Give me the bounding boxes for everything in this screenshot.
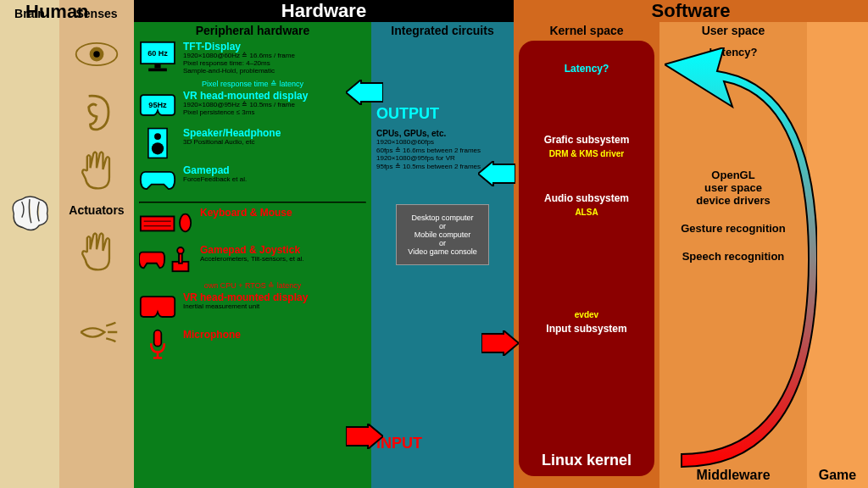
gamepad-note: own CPU + RTOS ≙ latency [139, 281, 366, 290]
graphic-subsys: Grafic subsystem [524, 134, 649, 146]
tft-display-item: 60 Hz TFT-Display1920×1080@60Hz ≙ 16.6ms… [139, 41, 366, 75]
kernel-label: Kernel space [517, 24, 656, 37]
arrow-input-1 [481, 330, 519, 356]
peripheral-column: Peripheral hardware 60 Hz TFT-Display192… [134, 22, 371, 488]
svg-rect-5 [148, 69, 167, 72]
kbm-title: Keyboard & Mouse [200, 207, 366, 219]
input-label: INPUT [376, 435, 422, 452]
svg-rect-18 [154, 330, 162, 347]
cpu-title: CPUs, GPUs, etc. [376, 129, 509, 138]
gamepad-out-sub: ForceFeedback et al. [183, 176, 366, 184]
gamepad-out-title: Gamepad [183, 164, 366, 176]
kernel-latency: Latency? [524, 63, 649, 75]
eye-icon [73, 30, 120, 78]
svg-point-2 [93, 51, 99, 57]
actuators-label: Actuators [59, 203, 134, 217]
speaker-sub: 3D Positional Audio, etc [183, 139, 366, 147]
software-column: Software Kernel space Latency? Grafic su… [514, 0, 868, 488]
tft-sub: 1920×1080@60Hz ≙ 16.6ms / frame Pixel re… [183, 53, 366, 75]
mic-title: Microphone [183, 329, 366, 341]
tft-note: Pixel response time ≙ latency [139, 80, 366, 88]
vr-in-item: VR head-mounted displayInertial measurem… [139, 291, 366, 324]
svg-point-10 [152, 143, 164, 155]
ic-column: Integrated circuits OUTPUT CPUs, GPUs, e… [371, 22, 514, 488]
linux-kernel-title: Linux kernel [519, 452, 654, 469]
svg-text:60 Hz: 60 Hz [147, 49, 168, 58]
alsa: ALSA [524, 208, 649, 217]
hand-sense-icon [73, 146, 120, 193]
drm-driver: DRM & KMS driver [524, 149, 649, 158]
desktop-box: Desktop computer or Mobile computer or V… [396, 204, 489, 265]
user-label: User space [663, 24, 804, 37]
hardware-header: Hardware [134, 0, 514, 22]
hand-actuator-icon [73, 227, 120, 274]
output-label: OUTPUT [376, 105, 439, 123]
vr-in-title: VR head-mounted display [183, 291, 366, 303]
hardware-column: Hardware Peripheral hardware 60 Hz TFT-D… [134, 0, 514, 488]
human-header: Human [25, 1, 89, 23]
kernel-box: Latency? Grafic subsystem DRM & KMS driv… [519, 41, 654, 476]
svg-rect-11 [141, 217, 175, 231]
human-column: Human Brain Senses Actuators [0, 0, 134, 488]
mic-item: Microphone [139, 329, 366, 361]
senses-column: Senses Actuators [59, 0, 134, 488]
tft-title: TFT-Display [183, 41, 366, 53]
vr-in-sub: Inertial measurement unit [183, 303, 366, 311]
svg-point-17 [177, 247, 184, 254]
speaker-title: Speaker/Headphone [183, 127, 366, 139]
periph-label: Peripheral hardware [139, 24, 366, 37]
arrow-output-2 [478, 161, 515, 186]
svg-point-14 [180, 214, 191, 232]
evdev: evdev [524, 310, 649, 319]
gamepad-in-title: Gamepad & Joystick [200, 244, 366, 256]
svg-text:95Hz: 95Hz [148, 101, 167, 109]
input-subsys: Input subsystem [524, 323, 649, 335]
gamepad-in-sub: Accelerometers, Tilt-sensors, et al. [200, 256, 366, 263]
vr-out-sub: 1920×1080@95Hz ≙ 10.5ms / frame Pixel pe… [183, 102, 366, 117]
brain-icon [6, 190, 53, 237]
svg-rect-4 [154, 64, 160, 68]
arrow-input-2 [346, 424, 383, 449]
gamepad-in-item: Gamepad & JoystickAccelerometers, Tilt-s… [139, 244, 366, 276]
io-loop-arrow [665, 47, 817, 471]
audio-subsys: Audio subsystem [524, 192, 649, 204]
gamepad-out-item: GamepadForceFeedback et al. [139, 164, 366, 197]
kbm-item: Keyboard & Mouse [139, 207, 366, 239]
software-header: Software [514, 0, 868, 22]
ear-icon [73, 88, 120, 136]
vr-out-item: 95Hz VR head-mounted display1920×1080@95… [139, 90, 366, 122]
arrow-output-1 [346, 80, 383, 105]
vr-out-title: VR head-mounted display [183, 90, 366, 102]
brain-column: Brain [0, 0, 59, 488]
ic-label: Integrated circuits [376, 24, 509, 37]
kernel-column: Kernel space Latency? Grafic subsystem D… [514, 22, 659, 488]
svg-point-9 [154, 134, 161, 141]
speaker-item: Speaker/Headphone3D Positional Audio, et… [139, 127, 366, 159]
mouth-icon [73, 308, 120, 356]
